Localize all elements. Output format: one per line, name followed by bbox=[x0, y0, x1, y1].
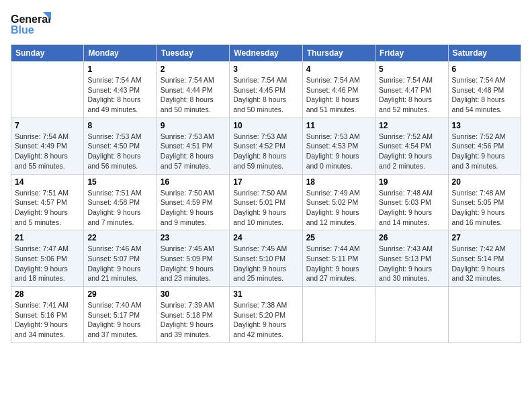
day-info: Sunrise: 7:43 AMSunset: 5:13 PMDaylight:… bbox=[379, 244, 444, 283]
day-number: 14 bbox=[15, 177, 80, 187]
day-number: 3 bbox=[233, 64, 298, 74]
day-info: Sunrise: 7:54 AMSunset: 4:47 PMDaylight:… bbox=[379, 75, 444, 115]
day-info: Sunrise: 7:48 AMSunset: 5:03 PMDaylight:… bbox=[379, 188, 444, 228]
calendar-cell bbox=[448, 287, 521, 343]
calendar-cell: 9Sunrise: 7:53 AMSunset: 4:51 PMDaylight… bbox=[157, 118, 229, 174]
day-number: 21 bbox=[15, 233, 80, 242]
day-info: Sunrise: 7:41 AMSunset: 5:16 PMDaylight:… bbox=[15, 300, 80, 340]
day-number: 15 bbox=[87, 177, 152, 187]
calendar-cell bbox=[302, 287, 375, 343]
calendar: SundayMondayTuesdayWednesdayThursdayFrid… bbox=[11, 44, 521, 343]
day-info: Sunrise: 7:42 AMSunset: 5:14 PMDaylight:… bbox=[452, 244, 517, 283]
page-header: GeneralBlue bbox=[11, 11, 521, 38]
calendar-cell: 7Sunrise: 7:54 AMSunset: 4:49 PMDaylight… bbox=[11, 118, 84, 174]
day-number: 2 bbox=[161, 64, 226, 74]
calendar-cell: 3Sunrise: 7:54 AMSunset: 4:45 PMDaylight… bbox=[230, 62, 302, 118]
calendar-cell bbox=[11, 62, 84, 118]
day-info: Sunrise: 7:45 AMSunset: 5:10 PMDaylight:… bbox=[233, 244, 298, 283]
day-info: Sunrise: 7:52 AMSunset: 4:54 PMDaylight:… bbox=[379, 132, 444, 171]
calendar-cell: 27Sunrise: 7:42 AMSunset: 5:14 PMDayligh… bbox=[448, 230, 521, 287]
day-number: 25 bbox=[306, 233, 371, 242]
day-number: 29 bbox=[87, 289, 152, 299]
day-number: 26 bbox=[379, 233, 444, 242]
day-number: 17 bbox=[233, 177, 298, 187]
calendar-week-row: 21Sunrise: 7:47 AMSunset: 5:06 PMDayligh… bbox=[11, 230, 521, 287]
day-info: Sunrise: 7:45 AMSunset: 5:09 PMDaylight:… bbox=[161, 244, 226, 283]
day-number: 22 bbox=[87, 233, 152, 242]
weekday-header: Monday bbox=[84, 45, 157, 62]
day-info: Sunrise: 7:53 AMSunset: 4:52 PMDaylight:… bbox=[233, 132, 298, 171]
day-number: 31 bbox=[233, 289, 298, 299]
calendar-header-row: SundayMondayTuesdayWednesdayThursdayFrid… bbox=[11, 45, 521, 62]
day-info: Sunrise: 7:54 AMSunset: 4:43 PMDaylight:… bbox=[87, 75, 152, 115]
day-info: Sunrise: 7:40 AMSunset: 5:17 PMDaylight:… bbox=[87, 300, 152, 340]
calendar-week-row: 1Sunrise: 7:54 AMSunset: 4:43 PMDaylight… bbox=[11, 62, 521, 118]
day-info: Sunrise: 7:46 AMSunset: 5:07 PMDaylight:… bbox=[87, 244, 152, 283]
day-info: Sunrise: 7:53 AMSunset: 4:51 PMDaylight:… bbox=[161, 132, 226, 171]
day-number: 19 bbox=[379, 177, 444, 187]
day-number: 23 bbox=[161, 233, 226, 242]
day-info: Sunrise: 7:54 AMSunset: 4:46 PMDaylight:… bbox=[306, 75, 371, 115]
day-number: 16 bbox=[161, 177, 226, 187]
calendar-cell: 12Sunrise: 7:52 AMSunset: 4:54 PMDayligh… bbox=[375, 118, 448, 174]
day-number: 8 bbox=[87, 121, 152, 130]
day-number: 13 bbox=[452, 121, 517, 130]
calendar-cell: 11Sunrise: 7:53 AMSunset: 4:53 PMDayligh… bbox=[302, 118, 375, 174]
weekday-header: Friday bbox=[375, 45, 448, 62]
weekday-header: Sunday bbox=[11, 45, 84, 62]
day-info: Sunrise: 7:53 AMSunset: 4:50 PMDaylight:… bbox=[87, 132, 152, 171]
day-info: Sunrise: 7:50 AMSunset: 4:59 PMDaylight:… bbox=[161, 188, 226, 228]
weekday-header: Saturday bbox=[448, 45, 521, 62]
day-number: 12 bbox=[379, 121, 444, 130]
day-number: 10 bbox=[233, 121, 298, 130]
calendar-cell: 18Sunrise: 7:49 AMSunset: 5:02 PMDayligh… bbox=[302, 174, 375, 230]
calendar-cell: 30Sunrise: 7:39 AMSunset: 5:18 PMDayligh… bbox=[157, 287, 229, 343]
day-info: Sunrise: 7:51 AMSunset: 4:57 PMDaylight:… bbox=[15, 188, 80, 228]
day-info: Sunrise: 7:54 AMSunset: 4:48 PMDaylight:… bbox=[452, 75, 517, 115]
day-number: 1 bbox=[87, 64, 152, 74]
calendar-cell: 10Sunrise: 7:53 AMSunset: 4:52 PMDayligh… bbox=[230, 118, 302, 174]
calendar-cell: 26Sunrise: 7:43 AMSunset: 5:13 PMDayligh… bbox=[375, 230, 448, 287]
svg-text:Blue: Blue bbox=[11, 24, 34, 36]
day-number: 20 bbox=[452, 177, 517, 187]
calendar-cell: 5Sunrise: 7:54 AMSunset: 4:47 PMDaylight… bbox=[375, 62, 448, 118]
day-number: 4 bbox=[306, 64, 371, 74]
day-number: 18 bbox=[306, 177, 371, 187]
calendar-cell: 15Sunrise: 7:51 AMSunset: 4:58 PMDayligh… bbox=[84, 174, 157, 230]
day-info: Sunrise: 7:52 AMSunset: 4:56 PMDaylight:… bbox=[452, 132, 517, 171]
calendar-cell: 14Sunrise: 7:51 AMSunset: 4:57 PMDayligh… bbox=[11, 174, 84, 230]
calendar-cell: 25Sunrise: 7:44 AMSunset: 5:11 PMDayligh… bbox=[302, 230, 375, 287]
day-info: Sunrise: 7:54 AMSunset: 4:44 PMDaylight:… bbox=[161, 75, 226, 115]
day-info: Sunrise: 7:50 AMSunset: 5:01 PMDaylight:… bbox=[233, 188, 298, 228]
calendar-cell: 31Sunrise: 7:38 AMSunset: 5:20 PMDayligh… bbox=[230, 287, 302, 343]
calendar-cell: 29Sunrise: 7:40 AMSunset: 5:17 PMDayligh… bbox=[84, 287, 157, 343]
day-info: Sunrise: 7:48 AMSunset: 5:05 PMDaylight:… bbox=[452, 188, 517, 228]
day-info: Sunrise: 7:49 AMSunset: 5:02 PMDaylight:… bbox=[306, 188, 371, 228]
day-number: 24 bbox=[233, 233, 298, 242]
logo: GeneralBlue bbox=[11, 11, 58, 38]
calendar-cell bbox=[375, 287, 448, 343]
calendar-cell: 1Sunrise: 7:54 AMSunset: 4:43 PMDaylight… bbox=[84, 62, 157, 118]
day-number: 28 bbox=[15, 289, 80, 299]
calendar-cell: 17Sunrise: 7:50 AMSunset: 5:01 PMDayligh… bbox=[230, 174, 302, 230]
calendar-cell: 19Sunrise: 7:48 AMSunset: 5:03 PMDayligh… bbox=[375, 174, 448, 230]
day-number: 11 bbox=[306, 121, 371, 130]
weekday-header: Tuesday bbox=[157, 45, 229, 62]
logo-svg: GeneralBlue bbox=[11, 11, 58, 38]
weekday-header: Thursday bbox=[302, 45, 375, 62]
calendar-cell: 23Sunrise: 7:45 AMSunset: 5:09 PMDayligh… bbox=[157, 230, 229, 287]
day-info: Sunrise: 7:39 AMSunset: 5:18 PMDaylight:… bbox=[161, 300, 226, 340]
calendar-cell: 13Sunrise: 7:52 AMSunset: 4:56 PMDayligh… bbox=[448, 118, 521, 174]
day-number: 30 bbox=[161, 289, 226, 299]
day-info: Sunrise: 7:54 AMSunset: 4:49 PMDaylight:… bbox=[15, 132, 80, 171]
day-info: Sunrise: 7:47 AMSunset: 5:06 PMDaylight:… bbox=[15, 244, 80, 283]
day-info: Sunrise: 7:54 AMSunset: 4:45 PMDaylight:… bbox=[233, 75, 298, 115]
svg-text:General: General bbox=[11, 13, 51, 25]
day-info: Sunrise: 7:38 AMSunset: 5:20 PMDaylight:… bbox=[233, 300, 298, 340]
day-number: 5 bbox=[379, 64, 444, 74]
day-number: 27 bbox=[452, 233, 517, 242]
calendar-cell: 6Sunrise: 7:54 AMSunset: 4:48 PMDaylight… bbox=[448, 62, 521, 118]
calendar-cell: 4Sunrise: 7:54 AMSunset: 4:46 PMDaylight… bbox=[302, 62, 375, 118]
calendar-week-row: 7Sunrise: 7:54 AMSunset: 4:49 PMDaylight… bbox=[11, 118, 521, 174]
calendar-week-row: 28Sunrise: 7:41 AMSunset: 5:16 PMDayligh… bbox=[11, 287, 521, 343]
